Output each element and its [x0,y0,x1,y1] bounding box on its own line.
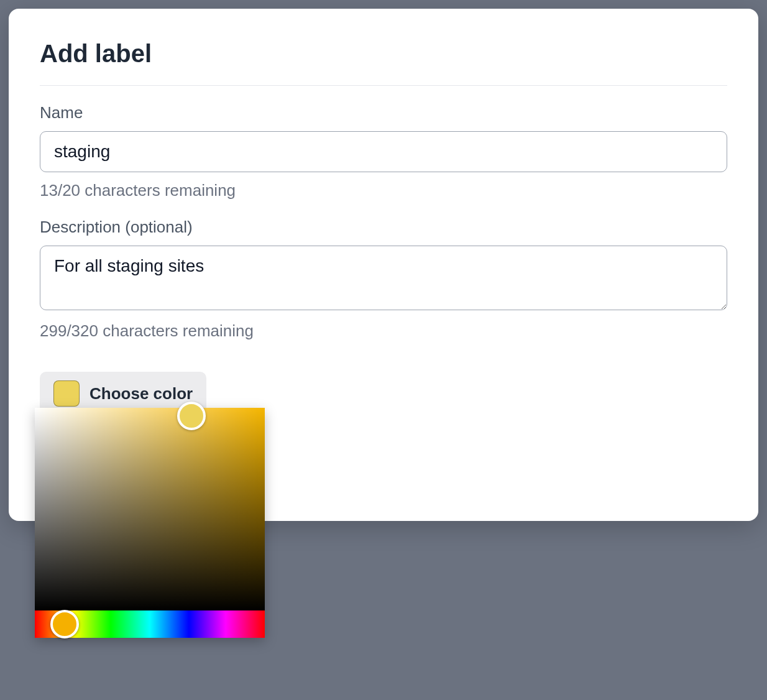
name-field-group: Name 13/20 characters remaining [40,103,727,200]
color-picker-panel [35,408,265,638]
name-label: Name [40,103,727,122]
modal-title: Add label [40,40,727,68]
divider [40,85,727,86]
description-field-group: Description (optional) 299/320 character… [40,218,727,341]
description-input[interactable] [40,246,727,310]
description-label: Description (optional) [40,218,727,237]
hue-handle[interactable] [50,610,79,638]
name-helper: 13/20 characters remaining [40,181,727,200]
choose-color-label: Choose color [90,384,193,403]
color-swatch-icon [53,380,80,407]
sv-handle[interactable] [177,402,206,430]
saturation-value-area[interactable] [35,408,265,610]
hue-strip[interactable] [35,610,265,638]
name-input[interactable] [40,131,727,172]
description-helper: 299/320 characters remaining [40,321,727,341]
